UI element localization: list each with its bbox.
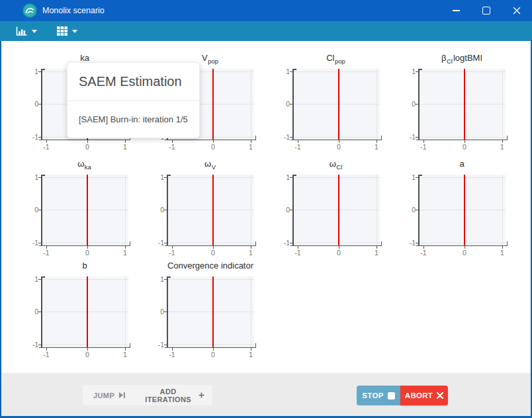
footer-bar (1, 373, 531, 416)
saem-popup: SAEM Estimation [SAEM] Burn-in: iteratio… (67, 62, 200, 138)
window-border-left (0, 41, 1, 418)
window-title: Monolix scenario (42, 0, 105, 21)
skip-forward-icon (118, 392, 126, 399)
popup-title: SAEM Estimation (67, 63, 199, 101)
close-icon (513, 7, 521, 15)
plus-icon (199, 392, 204, 399)
chart-type-button[interactable] (12, 23, 41, 39)
popup-status: [SAEM] Burn-in: iteration 1/5 (67, 101, 199, 138)
abort-button[interactable]: ABORT (400, 386, 448, 405)
add-iterations-button[interactable]: ADD ITERATIONS (134, 385, 212, 405)
titlebar: Monolix scenario (0, 0, 532, 21)
chevron-down-icon (72, 30, 77, 33)
stop-icon (388, 392, 395, 399)
jump-button[interactable]: JUMP (83, 385, 134, 405)
minimize-button[interactable] (441, 0, 471, 21)
window-controls (441, 0, 532, 21)
chevron-down-icon (32, 30, 37, 33)
monolix-logo-icon (22, 3, 37, 18)
maximize-button[interactable] (471, 0, 502, 21)
monolix-window: Monolix scenario (0, 0, 532, 418)
x-icon (437, 392, 443, 399)
stop-button[interactable]: STOP (357, 386, 400, 405)
maximize-icon (482, 7, 490, 15)
grid-icon (57, 26, 67, 36)
stop-label: STOP (362, 392, 383, 399)
jump-label: JUMP (93, 392, 114, 399)
iteration-button-group: JUMP ADD ITERATIONS (83, 385, 212, 405)
toolbar (0, 21, 532, 41)
grid-layout-button[interactable] (53, 23, 81, 39)
abort-label: ABORT (405, 392, 433, 399)
minimize-icon (453, 10, 460, 11)
add-iterations-label: ADD ITERATIONS (142, 388, 195, 403)
bar-chart-icon (16, 26, 27, 36)
close-button[interactable] (502, 0, 532, 21)
